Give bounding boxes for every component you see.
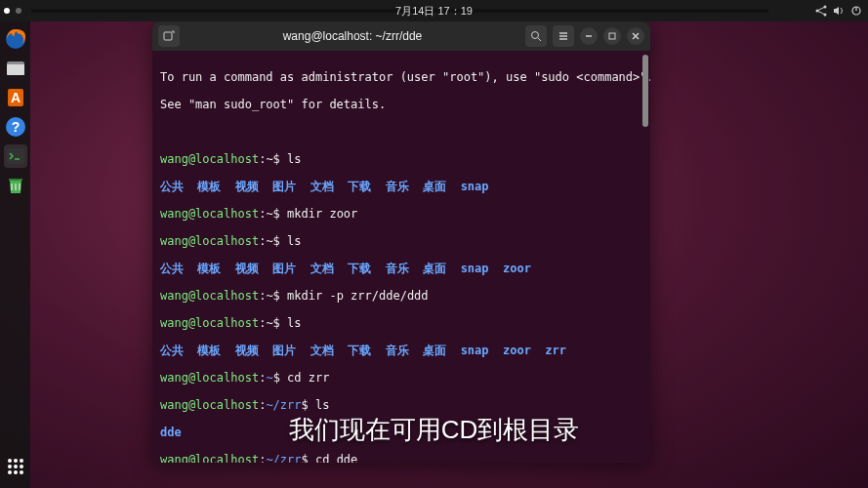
svg-point-18	[20, 465, 23, 468]
term-line: 公共 模板 视频 图片 文档 下载 音乐 桌面 snap	[160, 180, 642, 193]
close-button[interactable]	[627, 27, 644, 45]
term-line: wang@localhost:~$ mkdir zoor	[160, 207, 642, 221]
svg-point-23	[532, 32, 539, 39]
dock-files[interactable]	[4, 57, 27, 80]
scrollbar-thumb[interactable]	[642, 55, 648, 127]
term-line: 公共 模板 视频 图片 文档 下载 音乐 桌面 snap zoor	[160, 262, 642, 275]
dock-terminal[interactable]	[4, 144, 27, 168]
svg-point-17	[14, 465, 18, 468]
svg-text:A: A	[10, 90, 20, 105]
new-tab-button[interactable]	[158, 25, 180, 47]
svg-rect-24	[609, 33, 615, 39]
volume-icon[interactable]	[833, 5, 845, 17]
dock-firefox[interactable]	[4, 27, 27, 51]
svg-point-15	[20, 459, 23, 463]
menu-button[interactable]	[553, 25, 574, 47]
term-line	[160, 125, 642, 139]
dock-apps[interactable]	[4, 455, 27, 478]
svg-rect-12	[9, 179, 22, 181]
term-line: 公共 模板 视频 图片 文档 下载 音乐 桌面 snap zoor zrr	[160, 344, 642, 357]
maximize-button[interactable]	[603, 27, 621, 45]
terminal-body[interactable]: To run a command as administrator (user …	[152, 51, 650, 463]
term-line: wang@localhost:~$ ls	[160, 234, 642, 248]
term-line: wang@localhost:~$ ls	[160, 152, 642, 166]
svg-point-21	[20, 470, 23, 474]
terminal-window: wang@localhost: ~/zrr/dde To run a comma…	[152, 21, 650, 463]
svg-point-20	[14, 470, 18, 474]
dock: A ?	[0, 21, 30, 488]
subtitle-caption: 我们现在可用CD到根目录	[289, 413, 580, 447]
term-line: wang@localhost:~$ ls	[160, 316, 642, 330]
term-line: wang@localhost:~/zrr$ cd dde	[160, 453, 642, 463]
svg-rect-11	[7, 148, 24, 164]
system-tray[interactable]	[815, 5, 862, 17]
network-icon[interactable]	[815, 5, 827, 17]
svg-rect-22	[164, 32, 172, 40]
term-line: wang@localhost:~/zrr$ ls	[160, 398, 642, 412]
svg-text:?: ?	[11, 119, 20, 135]
svg-point-16	[8, 465, 12, 468]
dock-software[interactable]: A	[4, 86, 27, 109]
terminal-title: wang@localhost: ~/zrr/dde	[186, 29, 519, 43]
dock-trash[interactable]	[4, 174, 27, 197]
svg-point-13	[8, 459, 12, 463]
power-icon[interactable]	[850, 5, 862, 17]
activities-corner[interactable]	[0, 8, 768, 14]
clock[interactable]: 7月14日 17：19	[395, 4, 473, 19]
term-line: wang@localhost:~$ cd zrr	[160, 371, 642, 385]
svg-point-19	[8, 470, 12, 474]
term-line: See "man sudo_root" for details.	[160, 98, 642, 111]
term-line: To run a command as administrator (user …	[160, 70, 642, 84]
svg-point-14	[14, 459, 18, 463]
dock-help[interactable]: ?	[4, 115, 27, 139]
term-line: wang@localhost:~$ mkdir -p zrr/dde/ddd	[160, 289, 642, 303]
svg-rect-6	[7, 64, 24, 75]
terminal-titlebar[interactable]: wang@localhost: ~/zrr/dde	[152, 21, 650, 51]
search-button[interactable]	[525, 25, 547, 47]
minimize-button[interactable]	[580, 27, 598, 45]
top-bar: 7月14日 17：19	[0, 0, 868, 21]
